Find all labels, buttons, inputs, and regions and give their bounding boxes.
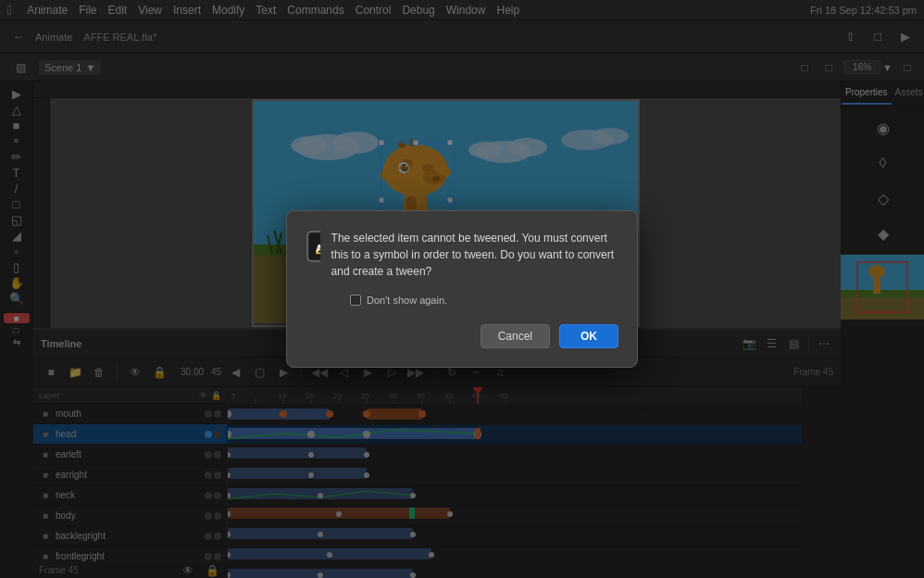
ok-button[interactable]: OK (559, 324, 618, 348)
dialog: △ An The selected item cannot be tweened… (286, 210, 638, 368)
dialog-message: The selected item cannot be tweened. You… (331, 230, 618, 280)
cancel-button[interactable]: Cancel (481, 324, 550, 348)
dialog-overlay: △ An The selected item cannot be tweened… (0, 0, 924, 578)
dialog-checkbox-row: Don't show again. (350, 295, 618, 306)
dont-show-label: Don't show again. (367, 295, 447, 306)
warning-icon: △ An (306, 230, 320, 263)
svg-text:An: An (316, 243, 320, 254)
dont-show-checkbox[interactable] (350, 295, 361, 306)
dialog-header: △ An The selected item cannot be tweened… (306, 230, 618, 280)
dialog-buttons: Cancel OK (306, 324, 618, 348)
